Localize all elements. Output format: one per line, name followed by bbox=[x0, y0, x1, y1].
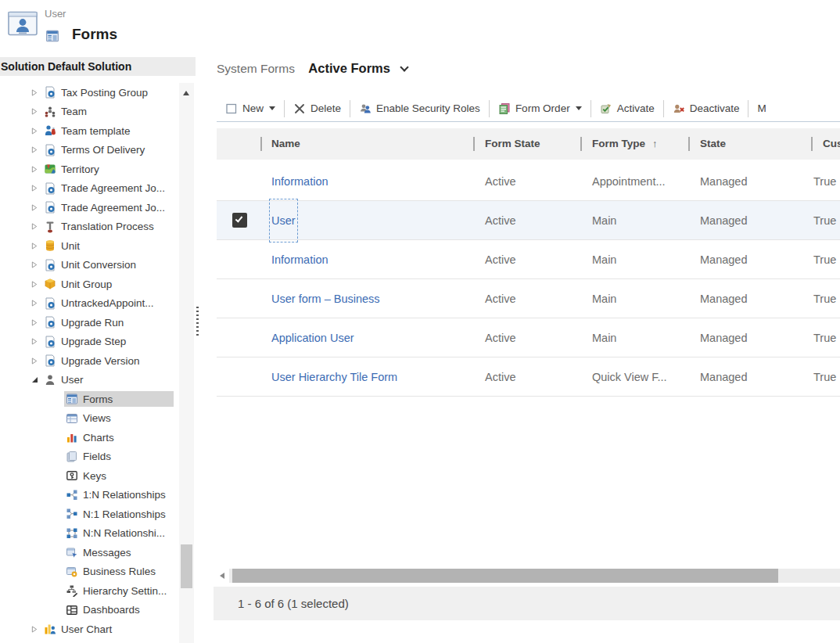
state-cell: Managed bbox=[700, 357, 747, 397]
new-form-icon bbox=[225, 102, 238, 115]
tree-item-charts[interactable]: Charts bbox=[0, 428, 178, 447]
form-name-link[interactable]: Application User bbox=[271, 318, 354, 357]
m-button[interactable]: M bbox=[748, 102, 774, 114]
expand-arrow-icon[interactable] bbox=[30, 626, 39, 633]
row-checkbox[interactable] bbox=[232, 213, 247, 228]
enable-security-roles-button[interactable]: Enable Security Roles bbox=[350, 102, 489, 115]
tree-item-messages[interactable]: Messages bbox=[0, 543, 178, 562]
expand-arrow-icon[interactable] bbox=[30, 166, 39, 173]
column-separator bbox=[811, 137, 813, 151]
tree-item-dashboards[interactable]: Dashboards bbox=[0, 601, 178, 620]
tree-item-team[interactable]: Team bbox=[0, 102, 178, 122]
tree-item-business-rules[interactable]: Business Rules bbox=[0, 562, 178, 582]
scrollbar-track[interactable] bbox=[229, 569, 840, 583]
table-row[interactable]: User Hierarchy Tile Form Active Quick Vi… bbox=[217, 357, 840, 397]
form-name-link[interactable]: Information bbox=[271, 240, 328, 279]
column-separator bbox=[260, 137, 262, 151]
expand-arrow-icon[interactable] bbox=[30, 89, 39, 96]
scroll-up-icon[interactable] bbox=[183, 91, 189, 95]
form-order-button[interactable]: Form Order bbox=[490, 102, 591, 115]
form-name-link[interactable]: User Hierarchy Tile Form bbox=[271, 357, 397, 397]
dropdown-caret-icon bbox=[576, 106, 582, 110]
tree-item-trade-agreement-jo[interactable]: Trade Agreement Jo... bbox=[0, 179, 178, 199]
tree-item-unit-group[interactable]: Unit Group bbox=[0, 275, 178, 294]
expand-arrow-icon[interactable] bbox=[30, 223, 39, 230]
table-header: Name Form State Form Type↑ State Custo bbox=[217, 128, 840, 160]
tree-item-upgrade-run[interactable]: Upgrade Run bbox=[0, 313, 178, 332]
state-cell: Managed bbox=[700, 240, 747, 279]
tree-item-label: 1:N Relationships bbox=[83, 489, 166, 501]
expand-arrow-icon[interactable] bbox=[30, 357, 39, 365]
expand-arrow-icon[interactable] bbox=[30, 376, 39, 383]
tree-item-untrackedappoint[interactable]: UntrackedAppoint... bbox=[0, 294, 178, 314]
form-state-cell: Active bbox=[485, 240, 516, 279]
tree-item-keys[interactable]: Keys bbox=[0, 466, 178, 486]
column-header-form-state[interactable]: Form State bbox=[485, 128, 540, 160]
many-to-one-icon bbox=[66, 508, 78, 520]
tree-item-label: Trade Agreement Jo... bbox=[61, 202, 165, 214]
tree-item-n-n-relationshi[interactable]: N:N Relationshi... bbox=[0, 524, 178, 544]
tree-item-user-chart[interactable]: User Chart bbox=[0, 620, 178, 639]
form-name-link[interactable]: User form – Business bbox=[271, 279, 380, 318]
tree-item-upgrade-step[interactable]: Upgrade Step bbox=[0, 332, 178, 352]
horizontal-scrollbar[interactable] bbox=[217, 569, 840, 583]
tree-item-tax-posting-group[interactable]: Tax Posting Group bbox=[0, 83, 178, 102]
tree-item-trade-agreement-jo[interactable]: Trade Agreement Jo... bbox=[0, 198, 178, 217]
table-row[interactable]: Information Active Appointment... Manage… bbox=[217, 162, 840, 201]
deactivate-button[interactable]: Deactivate bbox=[664, 102, 748, 115]
table-row[interactable]: Information Active Main Managed True bbox=[217, 240, 840, 279]
customizable-cell: True bbox=[813, 201, 836, 240]
entity-icon bbox=[44, 316, 56, 329]
tree-item-fields[interactable]: Fields bbox=[0, 447, 178, 467]
tree-item-terms-of-delivery[interactable]: Terms Of Delivery bbox=[0, 141, 178, 160]
tree-item-upgrade-version[interactable]: Upgrade Version bbox=[0, 351, 178, 371]
column-header-form-type[interactable]: Form Type↑ bbox=[592, 128, 658, 160]
tree-item-team-template[interactable]: Team template bbox=[0, 121, 178, 141]
column-header-state[interactable]: State bbox=[700, 128, 726, 160]
tree-item-translation-process[interactable]: Translation Process bbox=[0, 217, 178, 237]
scrollbar-thumb[interactable] bbox=[232, 569, 778, 583]
new-button[interactable]: New bbox=[217, 102, 284, 115]
tree-item-unit[interactable]: Unit bbox=[0, 236, 178, 256]
expand-arrow-icon[interactable] bbox=[30, 261, 39, 268]
tree-item-1-n-relationships[interactable]: 1:N Relationships bbox=[0, 486, 178, 505]
expand-arrow-icon[interactable] bbox=[30, 319, 39, 326]
forms-icon bbox=[45, 29, 59, 43]
expand-arrow-icon[interactable] bbox=[30, 204, 39, 211]
tree-item-views[interactable]: Views bbox=[0, 409, 178, 429]
chevron-down-icon[interactable] bbox=[400, 63, 409, 71]
column-header-name[interactable]: Name bbox=[271, 128, 300, 160]
tree-item-label: Hierarchy Settin... bbox=[83, 585, 167, 597]
expand-arrow-icon[interactable] bbox=[30, 338, 39, 345]
column-header-customizable[interactable]: Custo bbox=[823, 128, 840, 160]
pane-splitter-handle[interactable] bbox=[196, 307, 199, 336]
tree-item-unit-conversion[interactable]: Unit Conversion bbox=[0, 256, 178, 275]
activate-button[interactable]: Activate bbox=[591, 102, 663, 115]
expand-arrow-icon[interactable] bbox=[30, 185, 39, 192]
scroll-left-icon[interactable] bbox=[220, 573, 224, 579]
expand-arrow-icon[interactable] bbox=[30, 128, 39, 135]
entity-icon bbox=[44, 336, 56, 348]
expand-arrow-icon[interactable] bbox=[30, 108, 39, 115]
form-name-link[interactable]: Information bbox=[271, 162, 328, 201]
tree-item-hierarchy-settin[interactable]: Hierarchy Settin... bbox=[0, 581, 178, 601]
tree-item-label: Fields bbox=[83, 451, 111, 462]
delete-button[interactable]: Delete bbox=[285, 102, 350, 115]
expand-arrow-icon[interactable] bbox=[30, 242, 39, 250]
sidebar-scrollbar[interactable] bbox=[179, 83, 194, 643]
tree-item-n-1-relationships[interactable]: N:1 Relationships bbox=[0, 505, 178, 524]
scrollbar-thumb[interactable] bbox=[181, 544, 192, 588]
tree-item-forms[interactable]: Forms bbox=[0, 390, 178, 409]
table-body: Information Active Appointment... Manage… bbox=[217, 162, 840, 397]
tree-item-label: Forms bbox=[83, 393, 113, 405]
table-row[interactable]: User Active Main Managed True bbox=[217, 201, 840, 240]
form-name-link[interactable]: User bbox=[271, 201, 296, 240]
expand-arrow-icon[interactable] bbox=[30, 300, 39, 307]
expand-arrow-icon[interactable] bbox=[30, 281, 39, 288]
table-row[interactable]: User form – Business Active Main Managed… bbox=[217, 279, 840, 318]
view-selector[interactable]: Active Forms bbox=[308, 61, 390, 75]
expand-arrow-icon[interactable] bbox=[30, 146, 39, 153]
tree-item-user[interactable]: User bbox=[0, 371, 178, 390]
tree-item-territory[interactable]: Territory bbox=[0, 160, 178, 179]
table-row[interactable]: Application User Active Main Managed Tru… bbox=[217, 318, 840, 357]
